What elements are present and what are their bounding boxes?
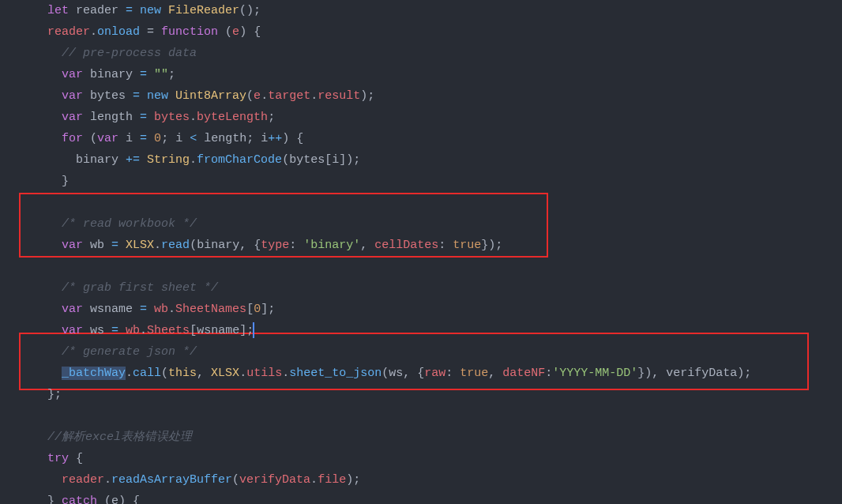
dot: . [154,239,161,252]
code-line[interactable]: /* grab first sheet */ [33,277,842,299]
prop: SheetNames [175,303,246,316]
brace: }; [47,388,62,401]
object: reader [47,25,90,39]
code-content[interactable]: let reader = new FileReader(); reader.on… [6,0,842,504]
class-xlsx: XLSX [126,239,154,252]
keyword-let: let [47,4,69,17]
operator: = [140,303,147,316]
punct: (); [239,4,261,17]
keyword-try: try [47,452,69,465]
semi: ; [168,68,175,81]
sp [118,239,126,252]
class-xlsx: XLSX [211,367,239,380]
brace: } [62,175,69,188]
end: [wsname]; [190,324,254,337]
var: bytes [154,111,190,124]
number: 0 [154,132,161,145]
keyword-var: var [62,303,83,316]
prop: Sheets [147,324,190,337]
comment: /* generate json */ [62,345,197,359]
code-line[interactable]: var ws = wb.Sheets[wsname]; [33,320,842,341]
keyword-catch: catch [62,495,97,504]
object: reader [62,473,104,487]
code-line[interactable]: /* read workbook */ [33,213,842,235]
text: ; i [161,132,190,145]
paren: ( [83,132,97,145]
comment-chinese: //解析excel表格错误处理 [47,431,192,444]
true: true [453,239,481,252]
code-line[interactable]: /* generate json */ [33,341,842,363]
code-editor[interactable]: let reader = new FileReader(); reader.on… [0,0,842,504]
keyword-var: var [62,68,83,81]
var-name: wsname [83,303,140,316]
code-line-blank[interactable] [33,256,842,277]
code-line[interactable]: //解析excel表格错误处理 [33,427,842,448]
this: this [168,367,197,380]
code-line[interactable]: var length = bytes.byteLength; [33,107,842,128]
prop: byteLength [197,111,268,124]
keyword-var: var [62,111,83,124]
operator: += [126,153,140,167]
operator: = [111,239,118,252]
code-line[interactable]: reader.onload = function (e) { [33,21,842,43]
code-line[interactable]: var wsname = wb.SheetNames[0]; [33,299,842,320]
object: wb [154,303,168,316]
paren: ( [161,367,168,380]
prop: target [268,89,310,103]
end: ); [360,89,374,103]
eq: = [140,25,161,39]
operator: = [133,89,140,103]
code-line[interactable]: for (var i = 0; i < length; i++) { [33,128,842,149]
method: readAsArrayBuffer [111,473,232,487]
method: sheet_to_json [289,367,382,380]
comment: /* grab first sheet */ [62,281,218,295]
brace: ) { [282,132,303,145]
comma: , [197,367,211,380]
code-line[interactable]: binary += String.fromCharCode(bytes[i]); [33,149,842,171]
code-line[interactable]: // pre-process data [33,43,842,64]
dot: . [282,367,289,380]
code-line[interactable]: var binary = ""; [33,64,842,85]
key: cellDates [374,239,438,252]
code-line[interactable]: try { [33,448,842,469]
sp [140,153,147,167]
dot: . [261,89,268,103]
true: true [460,367,488,380]
code-line[interactable]: let reader = new FileReader(); [33,0,842,21]
var-name: ws [83,324,111,337]
code-line[interactable]: } [33,171,842,192]
key: raw [424,367,445,380]
dot: . [168,303,175,316]
code-line-blank[interactable] [33,192,842,213]
keyword-for: for [62,132,83,145]
brace: } [47,495,62,504]
text-cursor [253,322,254,338]
prop: file [318,473,346,487]
brace: ) { [239,25,261,39]
colon: : [438,239,453,252]
var-name: wb [83,239,111,252]
operator: = [140,111,147,124]
end: ); [346,473,360,487]
code-line[interactable]: }; [33,384,842,405]
keyword-var: var [97,132,118,145]
paren: ( [232,473,239,487]
code-line[interactable]: var bytes = new Uint8Array(e.target.resu… [33,85,842,107]
dot: . [90,25,97,39]
code-line[interactable]: } catch (e) { [33,491,842,504]
code-line[interactable]: _batchWay.call(this, XLSX.utils.sheet_to… [33,363,842,384]
string: "" [147,68,168,81]
var-i: i [118,132,140,145]
sp [147,111,154,124]
keyword-function: function [161,25,218,39]
args: (ws, { [382,367,424,380]
dot: . [310,89,318,103]
code-line-blank[interactable] [33,405,842,427]
end: ]; [261,303,275,316]
code-line[interactable]: var wb = XLSX.read(binary, {type: 'binar… [33,235,842,256]
paren: ( [218,25,232,39]
operator: = [126,4,133,17]
comment: // pre-process data [62,47,197,60]
code-line[interactable]: reader.readAsArrayBuffer(verifyData.file… [33,469,842,491]
operator: = [140,132,147,145]
